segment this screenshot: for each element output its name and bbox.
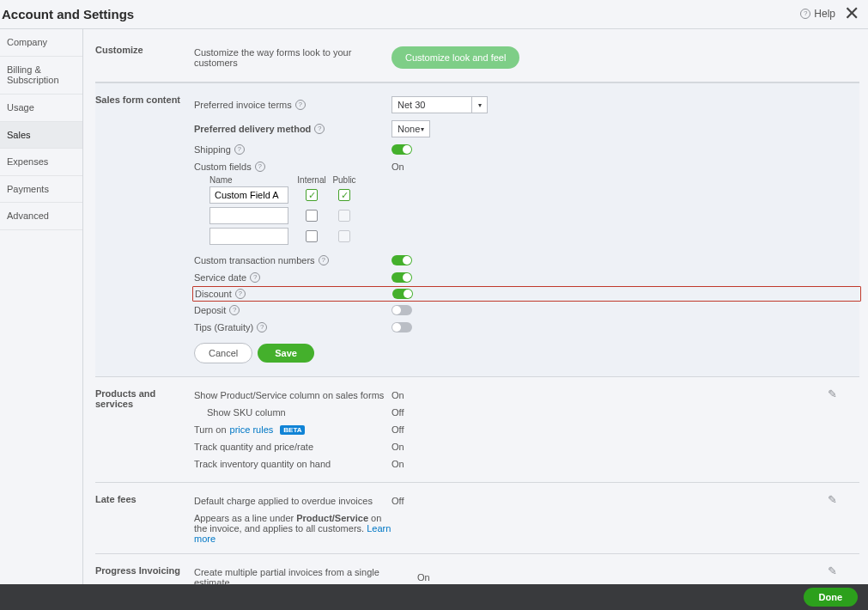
show-ps-value: On	[392, 390, 404, 400]
discount-toggle[interactable]	[392, 289, 413, 299]
show-sku-label: Show SKU column	[194, 407, 392, 418]
done-button[interactable]: Done	[804, 588, 859, 607]
price-rules-label: Turn on price rules BETA	[194, 424, 392, 435]
beta-badge: BETA	[280, 425, 305, 435]
track-inv-label: Track inventory quantity on hand	[194, 459, 392, 469]
chevron-down-icon: ▾	[471, 97, 487, 113]
custom-field-public-checkbox	[338, 230, 350, 242]
track-inv-value: On	[392, 459, 404, 469]
cancel-button[interactable]: Cancel	[194, 343, 252, 363]
custom-field-name-input[interactable]	[209, 207, 288, 224]
delivery-method-label: Preferred delivery method ?	[194, 124, 392, 134]
custom-field-internal-checkbox[interactable]	[306, 230, 318, 242]
discount-highlight: Discount ?	[192, 286, 861, 302]
sidebar-item-billing[interactable]: Billing & Subscription	[0, 57, 82, 95]
section-title-products: Products and services	[95, 387, 194, 473]
chevron-down-icon: ▾	[421, 125, 424, 133]
custom-field-internal-checkbox[interactable]	[306, 210, 318, 222]
late-fees-label: Default charge applied to overdue invoic…	[194, 496, 392, 506]
sidebar-item-sales[interactable]: Sales	[0, 122, 82, 149]
service-date-label: Service date ?	[194, 272, 392, 283]
content-scroll[interactable]: Customize Customize the way forms look t…	[83, 29, 868, 587]
discount-label: Discount ?	[195, 289, 392, 299]
late-fees-value: Off	[392, 496, 404, 506]
custom-field-public-checkbox	[338, 210, 350, 222]
custom-fields-label: Custom fields ?	[194, 162, 392, 172]
late-fees-desc: Appears as a line under Product/Service …	[194, 509, 392, 544]
section-customize: Customize Customize the way forms look t…	[95, 29, 859, 82]
help-icon[interactable]: ?	[234, 144, 245, 155]
section-title-customize: Customize	[95, 43, 194, 72]
sidebar-item-payments[interactable]: Payments	[0, 176, 82, 204]
sidebar-item-expenses[interactable]: Expenses	[0, 149, 82, 176]
show-ps-label: Show Product/Service column on sales for…	[194, 390, 392, 400]
custom-field-row: ✓ ✓	[194, 185, 859, 205]
settings-sidebar: Company Billing & Subscription Usage Sal…	[0, 29, 83, 587]
cf-col-public: Public	[328, 175, 361, 185]
price-rules-link[interactable]: price rules	[230, 424, 274, 435]
close-icon[interactable]: ✕	[842, 4, 861, 23]
preferred-terms-label: Preferred invoice terms ?	[194, 100, 392, 110]
progress-value: On	[417, 572, 430, 583]
custom-txn-label: Custom transaction numbers ?	[194, 255, 392, 265]
tips-toggle[interactable]	[392, 322, 412, 332]
help-icon[interactable]: ?	[250, 272, 260, 283]
preferred-terms-select[interactable]: Net 30 ▾	[392, 96, 488, 113]
service-date-toggle[interactable]	[392, 272, 412, 283]
help-icon[interactable]: ?	[319, 255, 329, 265]
custom-field-row	[194, 226, 859, 252]
help-label: Help	[814, 8, 835, 20]
edit-pencil-icon[interactable]: ✎	[828, 564, 837, 577]
tips-label: Tips (Gratuity) ?	[194, 322, 392, 332]
section-title-progress: Progress Invoicing	[95, 564, 194, 587]
shipping-toggle[interactable]	[392, 144, 412, 155]
edit-pencil-icon[interactable]: ✎	[828, 493, 837, 506]
section-title-salesform: Sales form content	[95, 93, 194, 367]
help-icon[interactable]: ?	[229, 305, 240, 315]
customize-look-button[interactable]: Customize look and feel	[392, 46, 519, 69]
customize-desc: Customize the way forms look to your cus…	[194, 47, 392, 68]
shipping-label: Shipping ?	[194, 144, 392, 155]
section-progress-invoicing: Progress Invoicing Create multiple parti…	[95, 554, 859, 587]
sidebar-item-advanced[interactable]: Advanced	[0, 203, 82, 230]
deposit-label: Deposit ?	[194, 305, 392, 315]
help-icon[interactable]: ?	[257, 322, 267, 332]
custom-txn-toggle[interactable]	[392, 255, 412, 265]
header-actions: ? Help ✕	[800, 4, 861, 23]
show-sku-value: Off	[392, 407, 404, 418]
modal-header: Account and Settings ? Help ✕	[0, 0, 868, 29]
delivery-method-value: None	[398, 124, 420, 134]
section-products-services: Products and services Show Product/Servi…	[95, 377, 859, 483]
section-late-fees: Late fees Default charge applied to over…	[95, 483, 859, 554]
custom-fields-header: Name Internal Public	[194, 175, 859, 185]
modal-footer: Done	[0, 584, 868, 610]
custom-field-name-input[interactable]	[209, 186, 288, 204]
help-link[interactable]: ? Help	[800, 8, 835, 20]
help-icon[interactable]: ?	[255, 162, 265, 172]
help-icon[interactable]: ?	[314, 124, 325, 134]
cf-col-internal: Internal	[295, 175, 328, 185]
help-icon[interactable]: ?	[295, 100, 306, 110]
content: Customize Customize the way forms look t…	[83, 29, 868, 587]
price-rules-value: Off	[392, 424, 404, 435]
custom-fields-on: On	[392, 162, 404, 172]
custom-field-internal-checkbox[interactable]: ✓	[306, 189, 318, 201]
custom-field-name-input[interactable]	[209, 228, 288, 245]
main-area: Company Billing & Subscription Usage Sal…	[0, 29, 868, 587]
deposit-toggle[interactable]	[392, 305, 412, 315]
track-qty-label: Track quantity and price/rate	[194, 442, 392, 452]
section-sales-form-content: Sales form content Preferred invoice ter…	[95, 82, 859, 377]
preferred-terms-value: Net 30	[398, 100, 425, 110]
cf-col-name: Name	[209, 175, 295, 185]
sidebar-item-company[interactable]: Company	[0, 29, 82, 57]
custom-field-public-checkbox[interactable]: ✓	[338, 189, 350, 201]
edit-pencil-icon[interactable]: ✎	[828, 387, 837, 400]
section-title-latefees: Late fees	[95, 492, 194, 544]
help-icon[interactable]: ?	[235, 289, 246, 299]
track-qty-value: On	[392, 442, 404, 452]
help-icon: ?	[800, 9, 810, 19]
custom-field-row	[194, 205, 859, 226]
sidebar-item-usage[interactable]: Usage	[0, 95, 82, 122]
delivery-method-select[interactable]: None ▾	[392, 120, 430, 137]
save-button[interactable]: Save	[258, 344, 314, 363]
